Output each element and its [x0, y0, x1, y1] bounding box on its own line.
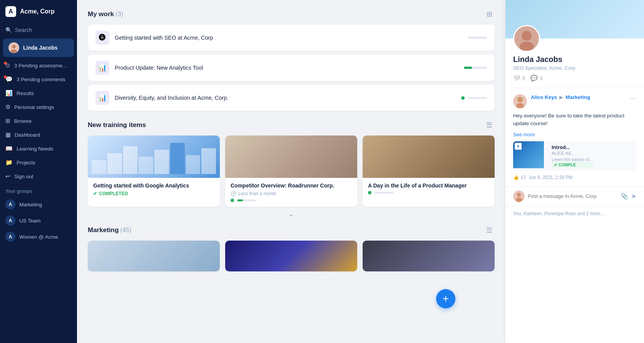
svg-point-5 [516, 103, 524, 108]
svg-point-4 [517, 97, 523, 102]
work-icon-analytics: 📊 [95, 61, 109, 75]
learning-needs-item[interactable]: 📖 Learning Needs [0, 142, 77, 156]
dei-progress [461, 96, 487, 100]
sign-out-item[interactable]: ↩ Sign out [0, 169, 77, 183]
my-work-header: My work (3) ⊞ [88, 9, 495, 19]
projects-item[interactable]: 📁 Projects [0, 156, 77, 169]
marketing-title: Marketing [88, 226, 119, 234]
browse-label: Browse [14, 118, 32, 124]
group-us-team[interactable]: A US Team [0, 212, 77, 229]
likes-count: 5 [522, 75, 525, 81]
post-options-button[interactable]: ··· [631, 94, 636, 102]
pending-assessments-item[interactable]: ⊙ 3 Pending assessme... [0, 59, 77, 72]
app-logo: A Acme, Corp [0, 0, 77, 23]
training-card-competitor[interactable]: Competitor Overview: Roadrunner Corp. 🕐 … [225, 136, 357, 207]
comments-stat: 💬 3 [530, 75, 542, 82]
attach-button[interactable]: 📎 [621, 192, 628, 200]
show-more-chevron[interactable]: ⌄ [88, 210, 495, 218]
user-avatar [8, 42, 19, 53]
work-item-seo[interactable]: 🅐 Getting started with SEO at Acme, Corp [88, 25, 495, 51]
comments-badge [4, 75, 7, 79]
heart-icon: 🤍 [513, 75, 520, 82]
search-button[interactable]: 🔍 Search [0, 23, 77, 37]
next-post-hint: You, Kathleen, Penelope Rose and 2 more.… [505, 206, 644, 221]
dashboard-item[interactable]: ▦ Dashboard [0, 128, 77, 142]
attach-title: Introd... [552, 144, 593, 150]
profile-role: SEO Specialist, Acme, Corp [513, 65, 636, 71]
logo-box: A [5, 6, 16, 17]
company-name: Acme, Corp [20, 8, 55, 15]
training-header: New training items ☰ [88, 120, 495, 130]
search-icon: 🔍 [5, 27, 12, 33]
marketing-grid [88, 241, 495, 271]
marketing-title-wrap: Marketing (45) [88, 226, 131, 234]
group-women-acme-icon: A [5, 232, 15, 242]
post-attachment[interactable]: + Introd... ALICE KE... Learn the basics… [513, 141, 636, 171]
profile-avatar [513, 25, 540, 52]
training-card-title-daylife: A Day in the Life of a Product Manager [368, 182, 489, 189]
learning-needs-label: Learning Needs [17, 146, 53, 152]
likes-stat: 🤍 5 [513, 75, 525, 82]
see-more-link[interactable]: See more [513, 132, 636, 137]
svg-point-0 [12, 45, 16, 49]
browse-item[interactable]: ⊞ Browse [0, 114, 77, 128]
training-card-analytics[interactable]: Getting started with Google Analytics ✔ … [88, 136, 220, 207]
training-list-button[interactable]: ☰ [484, 120, 495, 130]
attach-plus-icon: + [515, 143, 522, 150]
work-item-analytics[interactable]: 📊 Product Update: New Analytics Tool [88, 55, 495, 81]
attach-desc: Learn the basics of... [552, 157, 593, 162]
training-title: New training items [88, 121, 146, 129]
training-thumb-daylife [363, 136, 495, 178]
reply-avatar [513, 191, 525, 202]
svg-point-1 [11, 49, 17, 53]
training-card-daylife[interactable]: A Day in the Life of a Product Manager [363, 136, 495, 207]
mkt-card-2[interactable] [225, 241, 357, 271]
search-label: Search [15, 27, 32, 33]
browse-icon: ⊞ [5, 117, 10, 124]
reply-actions: 📎 ➤ [621, 192, 636, 200]
mkt-card-3[interactable] [363, 241, 495, 271]
post-author-name[interactable]: Alice Keys [531, 94, 557, 100]
likes-count: 13 [520, 175, 525, 180]
my-work-grid-button[interactable]: ⊞ [484, 9, 495, 19]
attach-thumb: + [513, 141, 544, 168]
time-label-competitor: 🕐 Less than a month [231, 191, 352, 196]
work-title-dei: Diversity, Equity, and Inclusion at Acme… [115, 95, 228, 101]
competitor-progress [231, 199, 352, 202]
training-thumb-analytics [88, 136, 220, 178]
work-item-dei[interactable]: 📊 Diversity, Equity, and Inclusion at Ac… [88, 85, 495, 111]
attach-subtitle: ALICE KE... [552, 151, 593, 156]
post-footer: 👍 13 Jun 8, 2021, 2:30 PM [513, 175, 636, 180]
groups-section-label: Your groups [0, 183, 77, 196]
settings-icon: ⚙ [5, 104, 10, 110]
training-thumb-competitor [225, 136, 357, 178]
attach-completed-tag: ✔ COMPLE [552, 162, 593, 168]
learning-icon: 📖 [5, 145, 13, 152]
post-meta: Alice Keys ▶ Marketing [531, 94, 627, 100]
group-marketing[interactable]: A Marketing [0, 196, 77, 212]
reply-input[interactable] [528, 193, 617, 199]
pending-comments-item[interactable]: 💬 3 Pending comments [0, 72, 77, 86]
current-user-item[interactable]: Linda Jacobs [3, 38, 74, 57]
pending-assessments-label: 3 Pending assessme... [14, 63, 67, 69]
analytics-progress [464, 67, 487, 69]
reply-bar: 📎 ➤ [505, 186, 644, 206]
sign-out-icon: ↩ [5, 173, 10, 180]
personal-settings-item[interactable]: ⚙ Personal settings [0, 100, 77, 114]
post-header: Alice Keys ▶ Marketing ··· [513, 94, 636, 108]
sidebar: A Acme, Corp 🔍 Search Linda Jacobs ⊙ 3 P… [0, 0, 77, 343]
send-button[interactable]: ➤ [631, 192, 636, 200]
mkt-thumb-2 [225, 241, 357, 271]
mkt-card-1[interactable] [88, 241, 220, 271]
results-item[interactable]: 📊 Results [0, 86, 77, 100]
training-grid: Getting started with Google Analytics ✔ … [88, 136, 495, 207]
like-button[interactable]: 👍 13 [513, 175, 525, 180]
post-target-group[interactable]: Marketing [565, 94, 590, 100]
marketing-list-button[interactable]: ☰ [484, 225, 495, 235]
fab-add-button[interactable]: + [436, 289, 455, 308]
dashboard-label: Dashboard [15, 132, 40, 138]
post-timestamp: Jun 8, 2021, 2:30 PM [529, 175, 572, 180]
marketing-header: Marketing (45) ☰ [88, 225, 495, 235]
group-women-acme[interactable]: A Women @ Acme [0, 229, 77, 245]
personal-settings-label: Personal settings [14, 104, 54, 110]
